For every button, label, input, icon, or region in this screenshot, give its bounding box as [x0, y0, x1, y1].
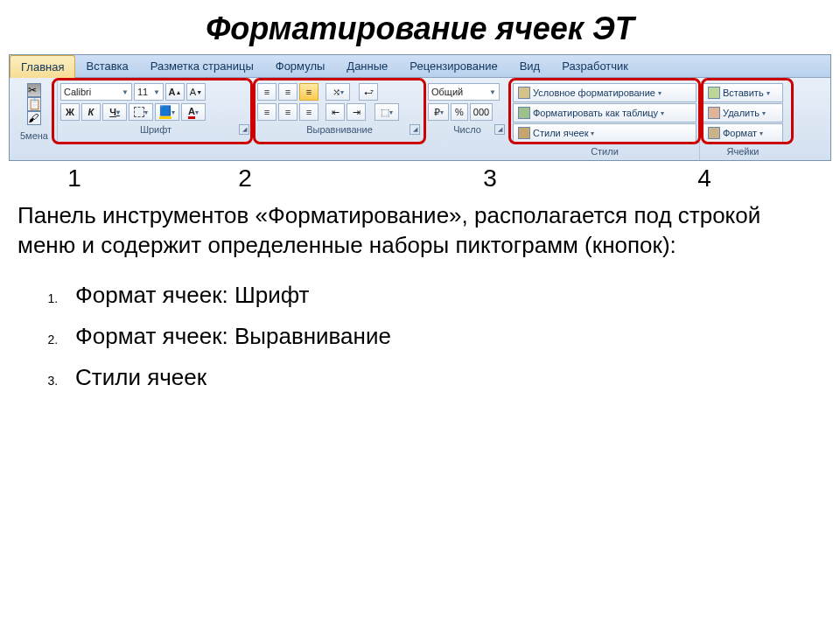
group-label-cells: Ячейки [703, 143, 783, 158]
font-size-value: 11 [137, 87, 148, 97]
merge-icon: ⬚ [381, 107, 389, 118]
font-color-button[interactable]: A▾ [181, 103, 206, 121]
align-center-button[interactable]: ≡ [278, 103, 298, 121]
comma-button[interactable]: 000 [470, 103, 493, 121]
orientation-button[interactable]: ⤭▾ [326, 83, 350, 101]
dialog-launcher-icon[interactable]: ◢ [410, 124, 420, 135]
format-as-table-button[interactable]: Форматировать как таблицу▾ [513, 103, 696, 122]
tab-review[interactable]: Рецензирование [399, 55, 508, 77]
tab-developer[interactable]: Разработчик [551, 55, 640, 77]
grow-font-button[interactable]: A▲ [165, 83, 185, 101]
list-item: Стили ячеек [61, 357, 840, 398]
italic-button[interactable]: К [81, 103, 101, 121]
cond-label: Условное форматирование [533, 88, 655, 98]
body-paragraph: Панель инструментов «Форматирование», ра… [0, 201, 840, 268]
num-1: 1 [0, 164, 149, 192]
group-label-number: Число◢ [428, 121, 507, 136]
chevron-down-icon: ▾ [340, 88, 344, 96]
group-clipboard: ✂ 📋 🖌 5мена [11, 81, 58, 144]
chevron-down-icon: ▾ [591, 130, 594, 137]
ribbon-body: ✂ 📋 🖌 5мена Calibri▼ 11▼ A▲ A▼ Ж К [10, 78, 830, 160]
group-label-styles: Стили [513, 143, 696, 158]
delete-cell-button[interactable]: Удалить▾ [703, 103, 783, 122]
tab-page-layout[interactable]: Разметка страницы [140, 55, 265, 77]
callout-numbers: 1 2 3 4 [0, 161, 840, 201]
delete-icon [708, 107, 720, 119]
merge-button[interactable]: ⬚▾ [374, 103, 399, 121]
list-item-text: Стили ячеек [75, 364, 206, 390]
wrap-text-button[interactable]: ⮐ [359, 83, 378, 101]
tab-formulas[interactable]: Формулы [265, 55, 337, 77]
tab-view[interactable]: Вид [509, 55, 552, 77]
align-bottom-button[interactable]: ≡ [299, 83, 318, 101]
number-format-field[interactable]: Общий▼ [428, 83, 500, 101]
chevron-down-icon: ▾ [658, 89, 662, 97]
tab-insert[interactable]: Вставка [75, 55, 139, 77]
border-button[interactable]: ▾ [129, 103, 153, 121]
fill-color-button[interactable]: 🟦▾ [155, 103, 179, 121]
font-size-field[interactable]: 11▼ [134, 83, 164, 101]
format-label: Формат [723, 128, 757, 138]
bucket-icon: 🟦 [159, 105, 172, 119]
align-top-button[interactable]: ≡ [257, 83, 276, 101]
list-item: Формат ячеек: Выравнивание [61, 316, 840, 357]
increase-indent-button[interactable]: ⇥ [346, 103, 366, 121]
list-item-text: Формат ячеек: Шрифт [75, 282, 310, 308]
orientation-icon: ⤭ [332, 87, 340, 98]
copy-icon[interactable]: 📋 [27, 97, 41, 111]
dialog-launcher-icon[interactable]: ◢ [239, 124, 249, 135]
cell-styles-button[interactable]: Стили ячеек▾ [513, 123, 696, 143]
font-color-icon: A [188, 106, 195, 119]
chevron-down-icon: ▼ [153, 88, 160, 96]
font-name-field[interactable]: Calibri▼ [60, 83, 132, 101]
font-name-value: Calibri [64, 87, 91, 97]
percent-button[interactable]: % [451, 103, 468, 121]
num-2: 2 [149, 164, 341, 192]
align-right-button[interactable]: ≡ [299, 103, 318, 121]
shrink-font-button[interactable]: A▼ [186, 83, 206, 101]
cut-icon[interactable]: ✂ [27, 83, 41, 97]
body-list: Формат ячеек: Шрифт Формат ячеек: Выравн… [0, 275, 840, 398]
group-label-font: Шрифт◢ [60, 121, 251, 136]
group-alignment: ≡ ≡ ≡ ⤭▾ ⮐ ≡ ≡ ≡ ⇤ ⇥ [255, 81, 425, 138]
format-cell-button[interactable]: Формат▾ [703, 123, 783, 143]
font-group-label: Шрифт [140, 124, 172, 135]
cell-style-icon [518, 127, 530, 139]
format-icon [708, 127, 720, 139]
number-group-label: Число [453, 124, 481, 135]
table-label: Форматировать как таблицу [533, 108, 658, 118]
dialog-launcher-icon[interactable]: ◢ [494, 124, 505, 135]
group-number: Общий▼ ₽▾ % 000 Число◢ [425, 81, 510, 138]
num-4: 4 [639, 164, 770, 192]
chevron-down-icon: ▾ [195, 108, 199, 116]
list-item: Формат ячеек: Шрифт [61, 275, 840, 316]
bold-button[interactable]: Ж [60, 103, 80, 121]
group-styles: Условное форматирование▾ Форматировать к… [510, 81, 700, 160]
group-label-align: Выравнивание◢ [257, 121, 422, 136]
insert-icon [708, 87, 720, 99]
chevron-down-icon: ▾ [172, 108, 175, 116]
number-format-value: Общий [431, 87, 463, 97]
cellstyle-label: Стили ячеек [533, 128, 588, 138]
list-item-text: Формат ячеек: Выравнивание [75, 323, 391, 349]
align-middle-button[interactable]: ≡ [278, 83, 298, 101]
tab-data[interactable]: Данные [336, 55, 399, 77]
currency-button[interactable]: ₽▾ [428, 103, 449, 121]
chevron-down-icon: ▾ [389, 108, 393, 116]
currency-icon: ₽ [434, 107, 440, 118]
insert-label: Вставить [723, 88, 764, 98]
align-group-label: Выравнивание [306, 124, 373, 135]
underline-button[interactable]: Ч▾ [102, 103, 127, 121]
align-left-button[interactable]: ≡ [257, 103, 276, 121]
conditional-format-button[interactable]: Условное форматирование▾ [513, 83, 696, 102]
chevron-down-icon: ▾ [762, 109, 766, 117]
group-font: Calibri▼ 11▼ A▲ A▼ Ж К Ч▾ ▾ 🟦▾ A▾ Шрифт◢ [58, 81, 255, 138]
table-icon [518, 107, 530, 119]
decrease-indent-button[interactable]: ⇤ [326, 103, 345, 121]
insert-cell-button[interactable]: Вставить▾ [703, 83, 783, 102]
chevron-down-icon: ▾ [116, 108, 120, 116]
ribbon-tabs: Главная Вставка Разметка страницы Формул… [10, 55, 830, 78]
chevron-down-icon: ▾ [661, 109, 664, 117]
tab-home[interactable]: Главная [10, 55, 75, 78]
format-painter-icon[interactable]: 🖌 [27, 111, 41, 125]
